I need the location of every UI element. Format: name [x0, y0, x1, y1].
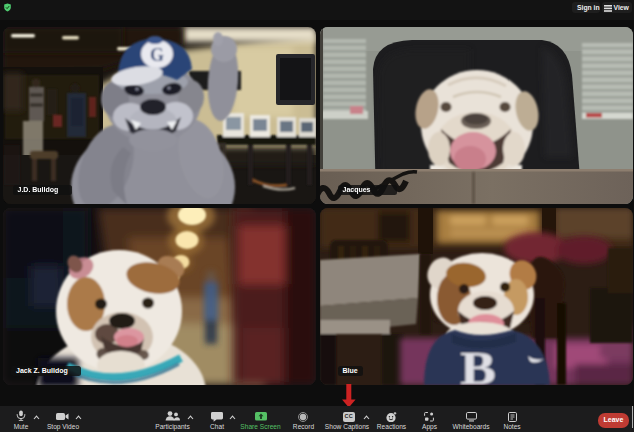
svg-text:B: B [460, 343, 496, 385]
svg-text:G: G [149, 45, 163, 65]
